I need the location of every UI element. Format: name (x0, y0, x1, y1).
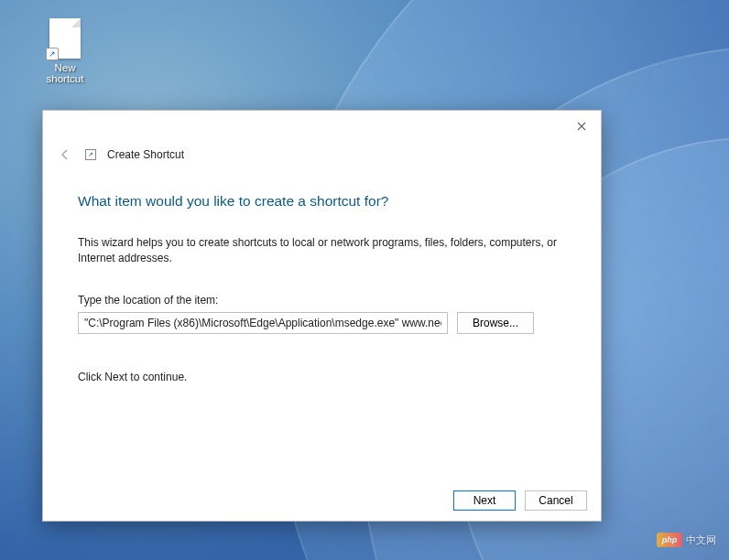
wizard-heading: What item would you like to create a sho… (78, 193, 566, 210)
dialog-title: Create Shortcut (107, 148, 184, 161)
shortcut-small-icon: ↗ (85, 149, 96, 160)
shortcut-overlay-icon: ↗ (46, 48, 59, 60)
location-input[interactable] (78, 312, 448, 334)
desktop-shortcut-icon[interactable]: ↗ New shortcut (35, 18, 95, 84)
desktop-icon-label: New shortcut (35, 62, 95, 84)
dialog-footer: Next Cancel (43, 480, 601, 521)
watermark: php 中文网 (657, 533, 716, 547)
close-button[interactable] (573, 118, 590, 135)
dialog-titlebar[interactable] (43, 111, 601, 145)
cancel-button[interactable]: Cancel (525, 490, 587, 511)
continue-text: Click Next to continue. (78, 371, 566, 383)
browse-button[interactable]: Browse... (457, 312, 534, 334)
create-shortcut-dialog: ↗ Create Shortcut What item would you li… (42, 110, 602, 522)
next-button[interactable]: Next (453, 490, 516, 511)
location-input-row: Browse... (78, 312, 566, 334)
back-button (56, 145, 74, 164)
wizard-header: ↗ Create Shortcut (43, 145, 601, 173)
dialog-body: What item would you like to create a sho… (43, 173, 601, 480)
wizard-description: This wizard helps you to create shortcut… (78, 235, 563, 266)
watermark-text: 中文网 (686, 533, 716, 547)
location-label: Type the location of the item: (78, 294, 566, 307)
close-icon (577, 122, 586, 131)
back-arrow-icon (59, 148, 71, 161)
file-icon: ↗ (49, 18, 81, 59)
watermark-logo: php (657, 533, 682, 547)
